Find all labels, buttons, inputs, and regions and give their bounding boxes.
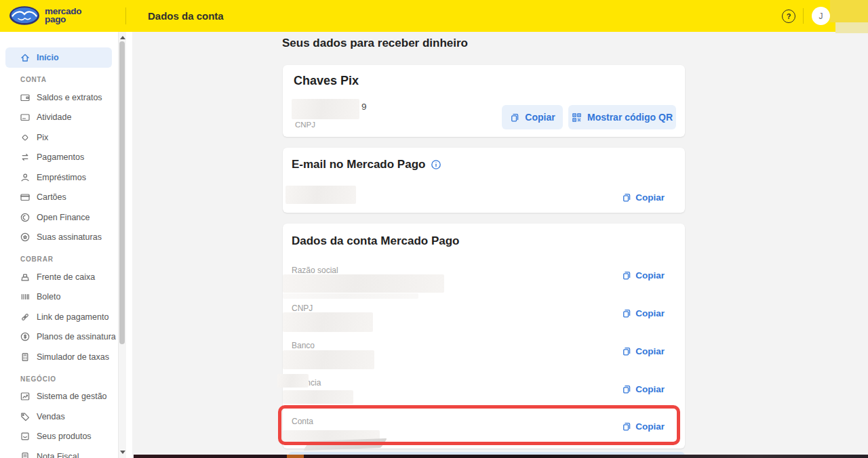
show-qr-code-button[interactable]: Mostrar código QR — [568, 105, 676, 129]
sidebar-item-open-finance[interactable]: Open Finance — [0, 207, 132, 228]
sidebar-item-label: Simulador de taxas — [37, 352, 109, 362]
mercado-pago-logo[interactable]: mercado pago — [9, 5, 81, 26]
copy-agencia-link[interactable]: Copiar — [621, 384, 665, 394]
redacted-username-patch — [830, 0, 868, 22]
sidebar-item-label: Link de pagamento — [37, 312, 108, 322]
sidebar-item-label: Início — [37, 53, 59, 62]
redacted-pix-key — [292, 99, 359, 119]
sidebar-item-link-de-pagamento[interactable]: Link de pagamento — [0, 307, 132, 327]
email-card-title-row: E-mail no Mercado Pago — [292, 158, 441, 171]
sidebar-scrollbar-thumb[interactable] — [119, 41, 125, 344]
redacted-cnpj — [283, 312, 373, 332]
copy-button-label: Copiar — [525, 112, 555, 123]
copy-icon — [509, 112, 519, 123]
activity-icon — [20, 112, 31, 123]
help-glyph: ? — [787, 12, 791, 20]
copy-link-label: Copiar — [635, 346, 665, 356]
copy-conta-link[interactable]: Copiar — [621, 421, 665, 432]
copy-banco-link[interactable]: Copiar — [621, 346, 665, 356]
sidebar-item-pagamentos[interactable]: Pagamentos — [0, 148, 132, 168]
sidebar-item-atividade[interactable]: Atividade — [0, 108, 132, 128]
header-divider-right — [803, 8, 804, 24]
redacted-banco — [283, 350, 374, 369]
header-divider — [125, 7, 126, 24]
sidebar-item-label: Planos de assinatura — [37, 332, 116, 341]
calculator-icon — [20, 352, 31, 362]
sidebar-item-inicio[interactable]: Início — [5, 47, 112, 68]
box-icon — [20, 431, 31, 442]
sidebar-item-label: Frente de caixa — [37, 272, 95, 282]
star-circle-icon — [20, 232, 31, 243]
copy-icon — [621, 384, 631, 394]
user-avatar[interactable]: J — [812, 7, 830, 25]
sidebar-item-frente-de-caixa[interactable]: Frente de caixa — [0, 267, 132, 287]
transfer-arrows-icon — [20, 152, 31, 163]
account-data-card: Dados da conta Mercado Pago Razão social… — [283, 224, 685, 449]
copy-email-link[interactable]: Copiar — [621, 192, 665, 203]
copy-link-label: Copiar — [635, 270, 665, 280]
redacted-agencia-value — [283, 390, 353, 404]
mercado-pago-logo-icon — [9, 5, 40, 26]
account-card-title: Dados da conta Mercado Pago — [292, 234, 460, 248]
sidebar-section-cobrar: COBRAR — [20, 255, 132, 263]
qr-code-icon — [572, 112, 582, 123]
chart-icon — [20, 391, 31, 402]
field-label-razao-social: Razão social — [292, 266, 338, 275]
sidebar-item-seus-produtos[interactable]: Seus produtos — [0, 427, 132, 447]
copy-pix-key-button[interactable]: Copiar — [502, 105, 563, 129]
sidebar-item-label: Sistema de gestão — [37, 392, 107, 401]
field-label-conta: Conta — [292, 417, 313, 426]
redacted-razao-social — [283, 274, 444, 293]
redacted-username-patch-2 — [835, 22, 868, 33]
sidebar-item-nota-fiscal[interactable]: Nota Fiscal — [0, 446, 132, 458]
sidebar-item-simulador-de-taxas[interactable]: Simulador de taxas — [0, 347, 132, 367]
sidebar-item-boleto[interactable]: Boleto — [0, 287, 132, 308]
copy-link-label: Copiar — [635, 308, 665, 318]
sidebar-item-label: Seus produtos — [37, 432, 92, 441]
help-icon[interactable]: ? — [782, 9, 795, 23]
tag-icon — [20, 411, 31, 422]
sidebar-item-emprestimos[interactable]: Empréstimos — [0, 167, 132, 188]
field-label-cnpj: CNPJ — [292, 304, 313, 313]
section-heading: Seus dados para receber dinheiro — [282, 37, 468, 50]
copy-link-label: Copiar — [635, 192, 665, 203]
page-title: Dados da conta — [148, 0, 224, 32]
copy-link-label: Copiar — [635, 384, 665, 394]
sidebar-item-saldos-e-extratos[interactable]: Saldos e extratos — [0, 87, 132, 108]
redacted-email — [285, 186, 356, 204]
sidebar-item-label: Open Finance — [37, 213, 90, 222]
sidebar: Início CONTA Saldos e extratos Atividade… — [0, 32, 132, 458]
sidebar-section-conta: CONTA — [20, 76, 132, 83]
info-icon[interactable] — [431, 159, 441, 170]
document-icon — [20, 451, 31, 458]
copy-icon — [621, 346, 631, 356]
bottom-window-edge-orange-segment — [287, 455, 304, 458]
dollar-circle-icon — [20, 331, 31, 342]
copy-razao-social-link[interactable]: Copiar — [621, 270, 665, 280]
loan-hand-icon — [20, 172, 31, 183]
home-icon — [20, 52, 31, 63]
sidebar-item-suas-assinaturas[interactable]: Suas assinaturas — [0, 228, 132, 248]
redacted-razao-social-2 — [283, 293, 418, 299]
scroll-down-arrow-icon[interactable] — [120, 451, 125, 454]
copy-cnpj-link[interactable]: Copiar — [621, 308, 665, 318]
sidebar-item-planos-de-assinatura[interactable]: Planos de assinatura — [0, 327, 132, 348]
sidebar-item-label: Cartões — [37, 192, 66, 202]
sidebar-item-label: Vendas — [37, 412, 65, 421]
qr-button-label: Mostrar código QR — [587, 112, 673, 123]
sidebar-item-cartoes[interactable]: Cartões — [0, 188, 132, 208]
barcode-icon — [20, 291, 31, 302]
field-label-banco: Banco — [292, 341, 315, 350]
scroll-up-arrow-icon[interactable] — [120, 36, 125, 39]
sidebar-item-label: Atividade — [37, 112, 71, 122]
copy-icon — [621, 421, 631, 432]
copy-icon — [621, 270, 631, 280]
sidebar-item-label: Pix — [37, 133, 48, 142]
sidebar-item-label: Suas assinaturas — [37, 232, 102, 242]
sidebar-item-vendas[interactable]: Vendas — [0, 407, 132, 427]
gray-redaction-smudge — [303, 438, 387, 451]
sidebar-item-pix[interactable]: Pix — [0, 127, 132, 148]
sidebar-item-sistema-de-gestao[interactable]: Sistema de gestão — [0, 387, 132, 407]
open-finance-icon — [20, 212, 31, 223]
sidebar-section-negocio: NEGÓCIO — [20, 375, 132, 383]
